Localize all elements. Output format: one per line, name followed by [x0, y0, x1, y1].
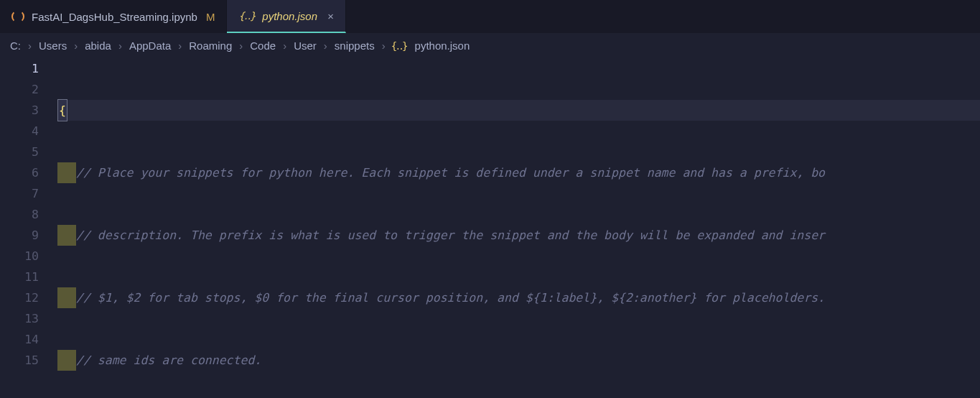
line-number: 9	[0, 225, 39, 246]
line-number: 14	[0, 329, 39, 350]
chevron-icon: ›	[24, 40, 36, 52]
tab-bar: FastAI_DagsHub_Streaming.ipynb M {‥} pyt…	[0, 0, 980, 33]
breadcrumb-seg[interactable]: snippets	[333, 40, 376, 52]
chevron-icon: ›	[70, 40, 82, 52]
line-number: 13	[0, 308, 39, 329]
code-line: // Place your snippets for python here. …	[57, 162, 980, 183]
breadcrumb-seg[interactable]: User	[292, 40, 318, 52]
breadcrumb-seg[interactable]: Users	[37, 40, 68, 52]
code-comment: // same ids are connected.	[76, 350, 261, 371]
line-number: 8	[0, 204, 39, 225]
chevron-icon: ›	[378, 40, 390, 52]
code-content[interactable]: { // Place your snippets for python here…	[57, 58, 980, 398]
code-comment: // Place your snippets for python here. …	[76, 162, 825, 183]
breadcrumb-drive[interactable]: C:	[9, 40, 22, 52]
line-number: 15	[0, 350, 39, 371]
indent-guide	[57, 225, 76, 246]
breadcrumb-seg[interactable]: Roaming	[187, 40, 233, 52]
modified-badge: M	[206, 11, 215, 23]
tab-title: FastAI_DagsHub_Streaming.ipynb	[32, 11, 197, 23]
json-icon: {‥}	[391, 40, 408, 52]
breadcrumb-seg[interactable]: AppData	[128, 40, 172, 52]
tab-inactive[interactable]: FastAI_DagsHub_Streaming.ipynb M	[0, 0, 227, 33]
line-number: 4	[0, 121, 39, 142]
line-number: 5	[0, 142, 39, 162]
code-line: // $1, $2 for tab stops, $0 for the fina…	[57, 287, 980, 308]
open-brace: {	[57, 99, 67, 121]
breadcrumb-file[interactable]: python.json	[414, 40, 472, 52]
code-line: {	[57, 100, 980, 121]
chevron-icon: ›	[235, 40, 247, 52]
jupyter-icon	[11, 10, 24, 23]
line-number: 3	[0, 100, 39, 121]
line-number: 1	[0, 58, 39, 79]
line-number: 2	[0, 79, 39, 100]
line-number: 7	[0, 183, 39, 204]
indent-guide	[57, 162, 76, 183]
breadcrumb-seg[interactable]: abida	[83, 40, 113, 52]
chevron-icon: ›	[174, 40, 186, 52]
code-comment: // $1, $2 for tab stops, $0 for the fina…	[76, 287, 825, 308]
close-icon[interactable]: ×	[327, 11, 334, 22]
code-comment: // description. The prefix is what is us…	[76, 225, 825, 246]
indent-guide	[57, 350, 76, 371]
json-icon: {‥}	[238, 10, 255, 22]
line-number: 6	[0, 162, 39, 183]
breadcrumb-seg[interactable]: Code	[248, 40, 277, 52]
line-number: 10	[0, 246, 39, 267]
line-gutter: 1 2 3 4 5 6 7 8 9 10 11 12 13 14 15	[0, 58, 57, 398]
tab-title: python.json	[262, 10, 317, 22]
code-line: // same ids are connected.	[57, 350, 980, 371]
tab-active[interactable]: {‥} python.json ×	[227, 0, 345, 33]
chevron-icon: ›	[114, 40, 126, 52]
code-line: // description. The prefix is what is us…	[57, 225, 980, 246]
chevron-icon: ›	[279, 40, 291, 52]
indent-guide	[57, 287, 76, 308]
line-number: 12	[0, 287, 39, 308]
code-editor[interactable]: 1 2 3 4 5 6 7 8 9 10 11 12 13 14 15 { //…	[0, 58, 980, 398]
chevron-icon: ›	[319, 40, 332, 52]
line-number: 11	[0, 267, 39, 287]
breadcrumb: C: › Users › abida › AppData › Roaming ›…	[0, 33, 980, 58]
